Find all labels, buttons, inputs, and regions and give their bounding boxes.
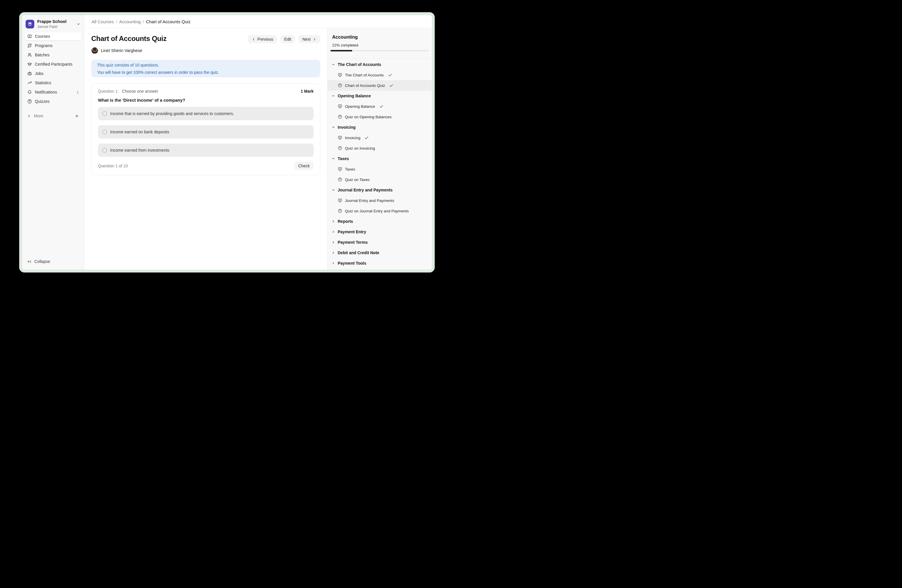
sidebar-item-certified-participants[interactable]: Certified Participants	[24, 60, 81, 68]
author-avatar	[91, 47, 98, 54]
outline-section-header[interactable]: Debit and Credit Note	[327, 247, 432, 258]
trending-up-icon	[27, 80, 32, 85]
next-button[interactable]: Next	[298, 35, 320, 43]
breadcrumb: All Courses / Accounting / Chart of Acco…	[84, 15, 432, 28]
outline-section-header[interactable]: Journal Entry and Payments	[327, 185, 432, 195]
quiz-icon	[338, 83, 342, 88]
outline-item-chart-of-accounts-quiz[interactable]: Chart of Accounts Quiz	[327, 80, 432, 91]
chevron-down-icon	[332, 188, 335, 192]
course-outline[interactable]: The Chart of Accounts The Chart of Accou…	[327, 58, 432, 270]
sidebar-item-statistics[interactable]: Statistics	[24, 79, 81, 87]
outline-section-header[interactable]: Invoicing	[327, 122, 432, 133]
quiz-option[interactable]: Income earned on bank deposits	[98, 125, 313, 139]
radio-button[interactable]	[102, 111, 107, 116]
check-answer-button[interactable]: Check	[294, 162, 313, 170]
chevron-down-icon[interactable]	[77, 22, 80, 26]
outline-item-opening-balance[interactable]: Opening Balance	[327, 101, 432, 111]
chevron-down-icon	[332, 156, 335, 161]
app-window: Frappe School Jannat Patel Courses Progr…	[19, 12, 435, 272]
course-progress-text: 22% completed	[332, 43, 429, 48]
notification-count-badge: 1	[77, 90, 79, 94]
outline-section-header[interactable]: Payment Tools	[327, 258, 432, 269]
outline-item-taxes[interactable]: Taxes	[327, 164, 432, 174]
quiz-card: Question 1: Choose one answer 1 Mark Wha…	[91, 83, 320, 175]
author-name: Linet Sherin Varghese	[101, 48, 142, 53]
sidebar-item-notifications[interactable]: Notifications 1	[24, 88, 81, 96]
course-progress-bar	[330, 50, 429, 52]
lesson-icon	[338, 198, 342, 203]
sidebar-item-more[interactable]: More	[24, 112, 82, 120]
chevron-right-icon	[27, 114, 31, 118]
workspace-title: Frappe School	[37, 19, 67, 24]
outline-item-quiz-on-opening-balances[interactable]: Quiz on Opening Balances	[327, 111, 432, 122]
chevron-right-icon	[332, 219, 335, 224]
check-icon	[388, 73, 392, 77]
collapse-sidebar-button[interactable]: Collapse	[24, 257, 82, 266]
breadcrumb-accounting[interactable]: Accounting	[119, 19, 141, 24]
chevron-right-icon	[332, 261, 335, 265]
outline-item-quiz-on-journal-entry-and-payments[interactable]: Quiz on Journal Entry and Payments	[327, 206, 432, 216]
course-title: Accounting	[332, 34, 429, 39]
outline-section-header[interactable]: Reports	[327, 216, 432, 227]
quiz-author: Linet Sherin Varghese	[91, 47, 320, 54]
quiz-icon	[338, 146, 342, 150]
outline-item-journal-entry-and-payments[interactable]: Journal Entry and Payments	[327, 195, 432, 206]
outline-section-reports: Reports	[327, 216, 432, 227]
quiz-option[interactable]: Income that is earned by providing goods…	[98, 107, 313, 120]
sidebar-item-quizzes[interactable]: Quizzes	[24, 97, 81, 105]
outline-section-debit-and-credit-note: Debit and Credit Note	[327, 247, 432, 258]
outline-item-quiz-on-taxes[interactable]: Quiz on Taxes	[327, 174, 432, 185]
workspace-switcher[interactable]: Frappe School Jannat Patel	[24, 19, 82, 32]
outline-section-payment-entry: Payment Entry	[327, 227, 432, 237]
chevron-left-icon	[252, 38, 255, 41]
chevron-down-icon	[332, 63, 335, 67]
outline-section-header[interactable]: The Chart of Accounts	[327, 59, 432, 70]
collapse-label: Collapse	[34, 259, 50, 264]
route-icon	[27, 43, 32, 48]
sidebar-item-courses[interactable]: Courses	[24, 32, 81, 41]
book-open-icon	[27, 34, 32, 39]
chevron-right-icon	[332, 240, 335, 244]
course-outline-panel: Accounting 22% completed The Chart of Ac…	[327, 28, 432, 270]
previous-button[interactable]: Previous	[248, 35, 277, 43]
breadcrumb-current: Chart of Accounts Quiz	[146, 19, 190, 24]
help-circle-icon	[27, 99, 32, 104]
chevron-down-icon	[332, 125, 335, 129]
outline-section-header[interactable]: Payment Entry	[327, 227, 432, 237]
lesson-icon	[338, 135, 342, 140]
quiz-icon	[338, 114, 342, 119]
outline-item-the-chart-of-accounts[interactable]: The Chart of Accounts	[327, 70, 432, 80]
outline-section-header[interactable]: Taxes	[327, 153, 432, 164]
sidebar-item-programs[interactable]: Programs	[24, 42, 81, 50]
graduation-cap-icon	[27, 62, 32, 67]
bell-icon	[27, 90, 32, 94]
chevron-right-icon	[332, 251, 335, 255]
outline-section-the-chart-of-accounts: The Chart of Accounts The Chart of Accou…	[327, 59, 432, 91]
outline-item-quiz-on-invoicing[interactable]: Quiz on Invoicing	[327, 143, 432, 153]
breadcrumb-all-courses[interactable]: All Courses	[92, 19, 114, 24]
sidebar-nav: Courses Programs Batches Certified Parti…	[24, 32, 82, 106]
radio-button[interactable]	[102, 130, 107, 134]
chevron-down-icon	[332, 94, 335, 98]
outline-section-payment-terms: Payment Terms	[327, 237, 432, 247]
check-icon	[379, 104, 384, 109]
outline-section-opening-balance: Opening Balance Opening Balance Quiz on …	[327, 91, 432, 122]
page-title: Chart of Accounts Quiz	[91, 34, 166, 43]
question-pagination: Question 1 of 10	[98, 164, 128, 168]
outline-section-journal-entry-and-payments: Journal Entry and Payments Journal Entry…	[327, 185, 432, 216]
outline-item-invoicing[interactable]: Invoicing	[327, 133, 432, 143]
notice-line: This quiz consists of 10 questions.	[97, 63, 315, 67]
edit-button[interactable]: Edit	[280, 35, 295, 43]
plus-icon[interactable]	[75, 114, 79, 118]
quiz-option[interactable]: Income earned from investments	[98, 144, 313, 157]
outline-section-header[interactable]: Payment Terms	[327, 237, 432, 247]
radio-button[interactable]	[102, 148, 107, 153]
lesson-icon	[338, 167, 342, 171]
sidebar-item-jobs[interactable]: Jobs	[24, 69, 81, 78]
main-content: Chart of Accounts Quiz Previous Edit Nex…	[84, 28, 327, 270]
sidebar-item-batches[interactable]: Batches	[24, 51, 81, 59]
outline-section-header[interactable]: Opening Balance	[327, 91, 432, 101]
briefcase-icon	[27, 71, 32, 76]
question-marks: 1 Mark	[301, 89, 313, 94]
question-number-label: Question 1:	[98, 89, 119, 94]
